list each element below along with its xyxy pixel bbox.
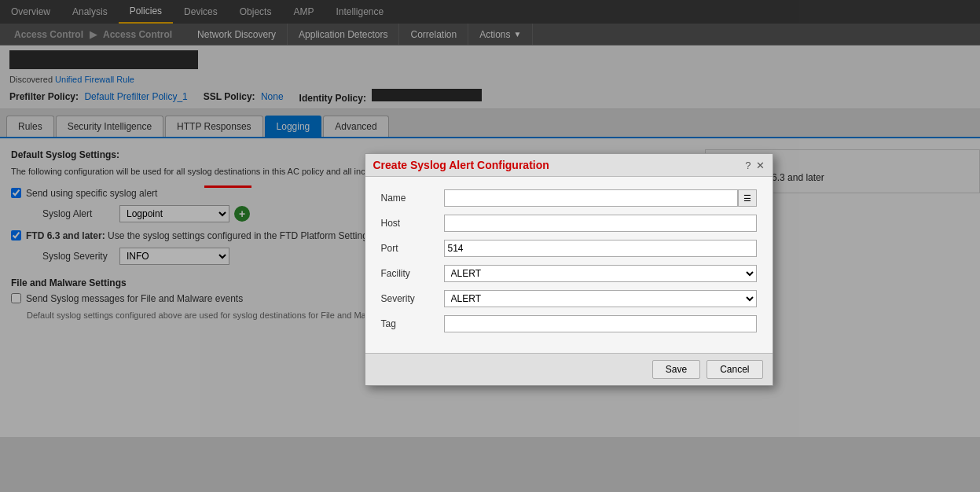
host-input[interactable] <box>444 215 757 232</box>
host-label: Host <box>381 218 444 229</box>
modal-overlay: Create Syslog Alert Configuration ? ✕ Na… <box>0 0 980 492</box>
modal-footer: Save Cancel <box>365 353 773 385</box>
modal-header: Create Syslog Alert Configuration ? ✕ <box>365 154 773 177</box>
port-field-row: Port <box>381 240 757 257</box>
severity-label: Severity <box>381 293 444 304</box>
create-syslog-modal: Create Syslog Alert Configuration ? ✕ Na… <box>365 153 773 386</box>
name-input[interactable] <box>444 189 738 207</box>
tag-label: Tag <box>381 318 444 329</box>
modal-close-button[interactable]: ✕ <box>756 160 765 171</box>
modal-title: Create Syslog Alert Configuration <box>373 159 549 171</box>
facility-label: Facility <box>381 268 444 279</box>
cancel-button[interactable]: Cancel <box>707 360 762 379</box>
facility-select[interactable]: ALERT KERN USER MAIL DAEMON <box>444 265 757 282</box>
modal-body: Name ☰ Host Port Facility ALERT <box>365 177 773 353</box>
facility-field-row: Facility ALERT KERN USER MAIL DAEMON <box>381 265 757 282</box>
port-input[interactable] <box>444 240 757 257</box>
name-input-wrapper: ☰ <box>444 189 757 207</box>
host-field-row: Host <box>381 215 757 232</box>
save-button[interactable]: Save <box>652 360 700 379</box>
severity-select[interactable]: ALERT EMERGENCY CRITICAL ERROR WARNING N… <box>444 290 757 307</box>
tag-input[interactable] <box>444 315 757 332</box>
name-list-button[interactable]: ☰ <box>738 189 757 207</box>
modal-help-button[interactable]: ? <box>745 160 751 171</box>
severity-field-row: Severity ALERT EMERGENCY CRITICAL ERROR … <box>381 290 757 307</box>
name-label: Name <box>381 193 444 204</box>
name-field-row: Name ☰ <box>381 189 757 207</box>
port-label: Port <box>381 243 444 254</box>
tag-field-row: Tag <box>381 315 757 332</box>
modal-header-icons: ? ✕ <box>745 160 764 171</box>
